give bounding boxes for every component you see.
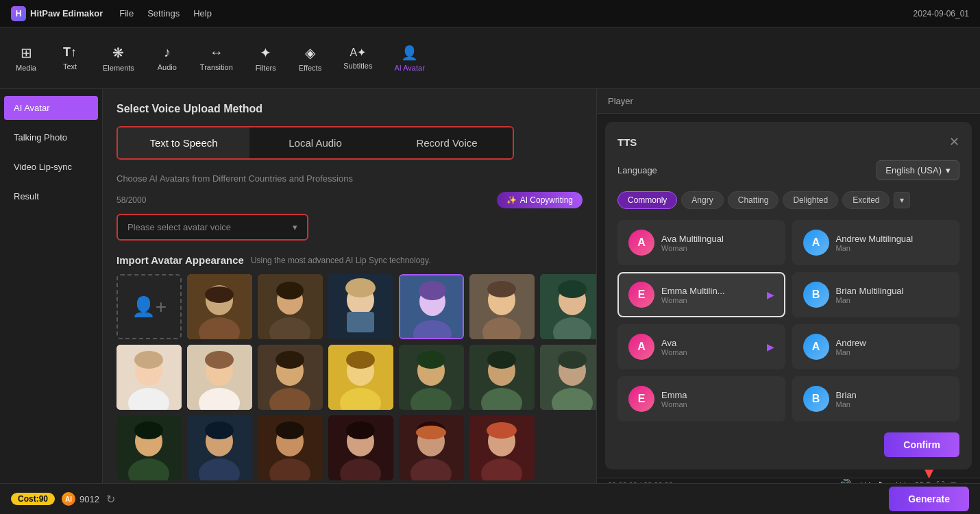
toolbar-filters-label: Filters: [256, 64, 276, 72]
arrow-indicator: ▼: [922, 465, 937, 482]
voice-card-ava[interactable]: A Ava Woman ▶: [617, 324, 785, 369]
mood-tab-chatting[interactable]: Chatting: [728, 191, 779, 209]
svg-point-39: [346, 351, 375, 369]
svg-point-3: [205, 286, 234, 303]
elements-icon: ❋: [112, 45, 124, 61]
toolbar-transition[interactable]: ↔ Transition: [191, 39, 243, 77]
avatar-cell-7[interactable]: [117, 345, 182, 410]
mood-tab-excited[interactable]: Excited: [842, 191, 890, 209]
sidebar: AI Avatar Talking Photo Video Lip-sync R…: [0, 89, 103, 483]
avatar-cell-9[interactable]: [258, 345, 323, 410]
voice-select-row: Please select avatar voice ▾: [117, 214, 583, 241]
player-volume-button[interactable]: 🔊: [838, 478, 852, 483]
tab-text-to-speech[interactable]: Text to Speech: [118, 127, 249, 158]
media-icon: ⊞: [21, 45, 32, 61]
top-date: 2024-09-06_01: [914, 9, 969, 19]
player-play-button[interactable]: ▶: [879, 478, 887, 483]
toolbar-effects-label: Effects: [299, 64, 321, 72]
voice-name-emma-multi: Emma Multilin...: [661, 286, 760, 296]
avatar-cell-19[interactable]: [469, 415, 535, 480]
svg-rect-11: [347, 312, 374, 332]
tts-confirm-button[interactable]: Confirm: [884, 432, 959, 457]
avatar-add-button[interactable]: 👤+: [117, 274, 182, 339]
voice-play-emma-multi[interactable]: ▶: [767, 289, 774, 300]
tab-record-voice[interactable]: Record Voice: [381, 127, 513, 158]
mood-more-button[interactable]: ▾: [894, 192, 910, 208]
svg-point-23: [558, 280, 587, 298]
top-bar: H HitPaw Edimakor File Settings Help 202…: [0, 0, 980, 27]
tts-language-select[interactable]: English (USA) ▾: [877, 160, 959, 180]
voice-card-andrew[interactable]: A Andrew Man: [792, 324, 960, 369]
avatar-cell-6[interactable]: [540, 274, 596, 339]
mood-tab-angry[interactable]: Angry: [681, 191, 723, 209]
ai-copy-label: AI Copywriting: [520, 195, 573, 205]
avatar-cell-18[interactable]: [399, 415, 464, 480]
toolbar-transition-label: Transition: [200, 63, 233, 71]
toolbar-audio[interactable]: ♪ Audio: [147, 39, 188, 77]
voice-info-andrew-multi: Andrew Multilingual Man: [836, 234, 949, 252]
tts-close-button[interactable]: ✕: [949, 134, 959, 149]
voice-card-emma-multi[interactable]: E Emma Multilin... Woman ▶: [617, 272, 785, 317]
voice-name-ava-multi: Ava Multilingual: [661, 234, 774, 244]
toolbar-subtitles[interactable]: A✦ Subtitles: [334, 40, 382, 75]
avatar-cell-11[interactable]: [399, 345, 464, 410]
avatar-cell-3[interactable]: [328, 274, 393, 339]
sidebar-item-result[interactable]: Result: [4, 184, 98, 208]
avatar-cell-1[interactable]: [187, 274, 252, 339]
avatar-cell-8[interactable]: [187, 345, 252, 410]
voice-play-ava[interactable]: ▶: [767, 341, 774, 352]
avatar-cell-17[interactable]: [328, 415, 393, 480]
sidebar-item-talking-photo[interactable]: Talking Photo: [4, 125, 98, 149]
avatar-cell-2[interactable]: [258, 274, 323, 339]
avatar-cell-5[interactable]: [469, 274, 535, 339]
voice-list: A Ava Multilingual Woman A Andrew Multil…: [617, 220, 959, 421]
voice-card-brian[interactable]: B Brian Man: [792, 376, 960, 421]
voice-info-ava: Ava Woman: [661, 338, 760, 356]
mood-tab-commonly[interactable]: Commonly: [617, 191, 677, 209]
dropdown-chevron-icon: ▾: [293, 222, 297, 232]
toolbar: ⊞ Media T↑ Text ❋ Elements ♪ Audio ↔ Tra…: [0, 27, 980, 89]
voice-card-brian-multi[interactable]: B Brian Multilingual Man: [792, 272, 960, 317]
sidebar-item-ai-avatar[interactable]: AI Avatar: [4, 96, 98, 120]
toolbar-media-label: Media: [16, 64, 36, 72]
avatar-cell-12[interactable]: [469, 345, 535, 410]
menu-settings[interactable]: Settings: [147, 8, 180, 19]
toolbar-elements-label: Elements: [103, 64, 134, 72]
mood-tab-delighted[interactable]: Delighted: [783, 191, 838, 209]
voice-gender-ava: Woman: [661, 348, 760, 356]
voice-info-ava-multi: Ava Multilingual Woman: [661, 234, 774, 252]
generate-button[interactable]: Generate: [889, 487, 969, 511]
avatar-cell-10[interactable]: [328, 345, 393, 410]
ai-copywriting-button[interactable]: ✨ AI Copywriting: [497, 192, 583, 208]
player-header: Player: [597, 89, 980, 114]
toolbar-ai-avatar[interactable]: 👤 AI Avatar: [384, 39, 434, 77]
voice-select-dropdown[interactable]: Please select avatar voice ▾: [117, 214, 308, 241]
avatar-cell-15[interactable]: [187, 415, 252, 480]
avatar-cell-13[interactable]: [540, 345, 596, 410]
voice-info-andrew: Andrew Man: [836, 338, 949, 356]
voice-name-brian-multi: Brian Multilingual: [836, 286, 949, 296]
menu-file[interactable]: File: [119, 8, 134, 19]
tts-title: TTS: [617, 136, 637, 148]
tab-local-audio[interactable]: Local Audio: [249, 127, 381, 158]
toolbar-effects[interactable]: ◈ Effects: [289, 39, 331, 77]
main-layout: AI Avatar Talking Photo Video Lip-sync R…: [0, 89, 980, 483]
toolbar-filters[interactable]: ✦ Filters: [245, 39, 286, 77]
audio-icon: ♪: [164, 45, 171, 60]
avatar-cell-4[interactable]: [399, 274, 464, 339]
voice-avatar-brian-multi: B: [803, 282, 829, 308]
toolbar-audio-label: Audio: [158, 63, 177, 71]
toolbar-media[interactable]: ⊞ Media: [5, 39, 47, 77]
avatar-cell-14[interactable]: [117, 415, 182, 480]
toolbar-elements[interactable]: ❋ Elements: [93, 39, 144, 77]
sidebar-item-video-lip-sync[interactable]: Video Lip-sync: [4, 155, 98, 179]
menu-help[interactable]: Help: [193, 8, 212, 19]
tts-language-value: English (USA): [885, 165, 942, 175]
text-count-row: 58/2000 ✨ AI Copywriting: [117, 192, 583, 208]
toolbar-text[interactable]: T↑ Text: [49, 40, 90, 76]
voice-card-emma[interactable]: E Emma Woman: [617, 376, 785, 421]
voice-card-ava-multi[interactable]: A Ava Multilingual Woman: [617, 220, 785, 265]
refresh-icon[interactable]: ↻: [106, 493, 115, 506]
avatar-cell-16[interactable]: [258, 415, 323, 480]
voice-card-andrew-multi[interactable]: A Andrew Multilingual Man: [792, 220, 960, 265]
